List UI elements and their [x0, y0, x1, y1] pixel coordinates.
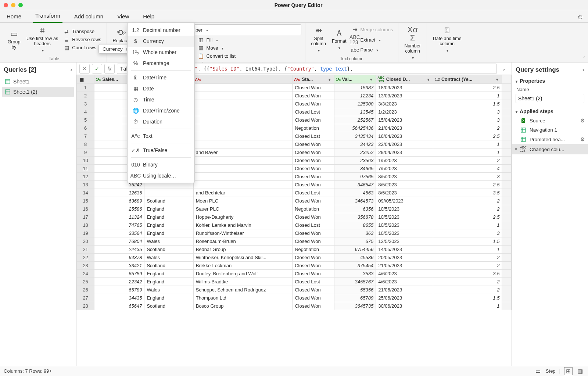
split-column-button[interactable]: ⇹ Split column — [309, 25, 328, 54]
tab-view[interactable]: View — [115, 11, 131, 22]
parse-button[interactable]: abc Parse — [350, 46, 395, 53]
table-row[interactable]: 1412635and BechtelarClosed Lost45638/5/2… — [77, 189, 512, 197]
table-row[interactable]: 2734435EnglandThompson LtdClosed Won6578… — [77, 294, 512, 302]
tab-transform[interactable]: Transform — [33, 10, 62, 23]
step-view-icon[interactable]: ▭ — [534, 367, 542, 375]
data-type-option[interactable]: ABC Using locale… — [128, 170, 194, 181]
applied-step[interactable]: Promoted hea...⚙ — [512, 135, 588, 144]
data-type-option[interactable]: ▦ Date — [128, 83, 194, 94]
collapse-settings-icon[interactable]: › — [582, 66, 584, 74]
feedback-smile-icon[interactable]: ☺ — [577, 13, 584, 21]
query-item[interactable]: Sheet1 — [2, 76, 74, 87]
query-item-label: Sheet1 — [13, 79, 29, 85]
tab-home[interactable]: Home — [4, 11, 24, 22]
table-row[interactable]: 1625586EnglandSauer PLCNegotiation635610… — [77, 205, 512, 213]
tab-help[interactable]: Help — [141, 11, 157, 22]
formula-expand-button[interactable]: ⌄ — [499, 64, 509, 74]
data-type-option-label: Time — [143, 97, 154, 103]
data-type-option-icon: 🗓︎ — [132, 75, 139, 80]
query-item[interactable]: Sheet1 (2) — [2, 87, 74, 97]
minimize-window-button[interactable] — [11, 3, 15, 7]
data-type-option[interactable]: 1.2 Decimal number — [128, 25, 194, 36]
fill-button[interactable]: ▥ Fill — [196, 36, 237, 43]
collapse-queries-icon[interactable]: ‹ — [70, 66, 72, 74]
table-row[interactable]: 2522342EnglandWillms-BradtkeClosed Lost3… — [77, 278, 512, 286]
grid-view-icon[interactable]: ⊞ — [564, 367, 573, 375]
applied-steps-section[interactable]: Applied steps — [512, 107, 588, 116]
data-type-option-label: True/False — [143, 147, 167, 153]
table-row[interactable]: 1711324EnglandHoppe-DaughertyClosed Won3… — [77, 213, 512, 221]
data-type-option[interactable]: 1²₃ Whole number — [128, 47, 194, 58]
convert-to-list-button[interactable]: 📋 Convert to list — [196, 52, 237, 60]
table-row[interactable]: 2665789WalesSchuppe, Schoen and Rodrigue… — [77, 286, 512, 294]
table-row[interactable]: 2264378WalesWintheiser, Konopelski and S… — [77, 254, 512, 262]
data-type-option[interactable]: 🗓︎ Date/Time — [128, 72, 194, 83]
formula-cancel-button[interactable]: ✕ — [79, 64, 90, 74]
merge-columns-button[interactable]: ⇥ Merge columns — [350, 26, 395, 33]
table-row[interactable]: 1874765EnglandKohler, Lemke and MarvinCl… — [77, 221, 512, 229]
ribbon-expand-button[interactable]: ˄ — [583, 56, 586, 61]
group-by-icon: ▭ — [10, 30, 18, 38]
step-type-icon: ABC123 — [520, 146, 527, 153]
table-row[interactable]: 2122435ScotlandBednar GroupNegotiation67… — [77, 246, 512, 254]
table-row[interactable]: 1933564EnglandRunolfsson-WintheiserClose… — [77, 229, 512, 237]
title-bar: Power Query Editor — [0, 0, 588, 10]
delete-step-icon[interactable]: ✕ — [514, 147, 518, 152]
column-header-company[interactable]: Aᴮᴄ — [194, 75, 293, 83]
use-first-row-as-headers-button[interactable]: ⌗ Use first row as headers — [24, 25, 60, 54]
table-row[interactable]: 2465789EnglandDooley, Breitenberg and Wo… — [77, 270, 512, 278]
replace-values-icon: ⟲2 — [116, 29, 126, 37]
data-type-menu: 1.2 Decimal number$ Currency1²₃ Whole nu… — [127, 23, 195, 183]
data-type-option[interactable]: ⏱ Duration — [128, 116, 194, 127]
maximize-window-button[interactable] — [18, 3, 23, 7]
data-type-option[interactable]: ✓✗ True/False — [128, 145, 194, 156]
data-type-option[interactable]: $ Currency — [128, 36, 194, 47]
column-header-closed-date[interactable]: ABC123Closed D...▾ — [376, 75, 433, 83]
data-type-option[interactable]: ◷ Time — [128, 94, 194, 105]
group-by-button[interactable]: ▭ Group by — [5, 28, 23, 51]
step-name-label: Promoted hea... — [530, 137, 577, 142]
applied-step[interactable]: XSource⚙ — [512, 116, 588, 125]
queries-title: Queries [2] — [4, 66, 36, 74]
query-name-input[interactable] — [516, 94, 584, 103]
number-column-icon: ΧσΣ — [407, 26, 417, 42]
svg-rect-9 — [521, 137, 526, 142]
step-gear-icon[interactable]: ⚙ — [580, 118, 585, 123]
column-header-status[interactable]: AᴮᴄSta...▾ — [293, 75, 334, 83]
svg-rect-3 — [6, 90, 10, 94]
extract-button[interactable]: ABC123 Extract — [350, 34, 395, 46]
column-header-contract[interactable]: 1.2Contract (Ye...▾ — [433, 75, 502, 83]
scrollbar-track[interactable] — [502, 75, 512, 84]
column-profile-icon[interactable]: ▥ — [576, 367, 584, 375]
tab-add-column[interactable]: Add column — [72, 11, 105, 22]
table-row[interactable]: 2865647ScotlandBosco GroupClosed Won3645… — [77, 302, 512, 310]
column-header-value[interactable]: 1²₃Val...▾ — [334, 75, 376, 83]
data-type-option[interactable]: 010 Binary — [128, 159, 194, 170]
transpose-button[interactable]: ⇄ Transpose — [62, 28, 103, 35]
data-type-option-label: Date — [143, 86, 154, 92]
data-type-option-icon: ABC — [132, 173, 139, 179]
count-rows-button[interactable]: ▤ Count rows — [62, 44, 103, 51]
datetime-column-button[interactable]: 🗓︎ Date and time column — [431, 25, 464, 54]
data-type-option[interactable]: % Percentage — [128, 58, 194, 69]
applied-step[interactable]: ✕ABC123Changed colu... — [512, 144, 588, 154]
move-button[interactable]: ▧ Move — [196, 44, 237, 51]
table-row[interactable]: 2076804WalesRosenbaum-BruenClosed Won675… — [77, 237, 512, 246]
applied-step[interactable]: Navigation 1 — [512, 125, 588, 135]
properties-section[interactable]: Properties — [512, 76, 588, 85]
step-gear-icon[interactable]: ⚙ — [580, 136, 585, 142]
table-row[interactable]: 1563689ScotlandMoen PLCClosed Won3464573… — [77, 197, 512, 205]
data-type-option[interactable]: Aᴮᴄ Text — [128, 130, 194, 142]
formula-commit-button[interactable]: ✓ — [92, 64, 102, 74]
reverse-rows-button[interactable]: ≣ Reverse rows — [62, 36, 103, 43]
number-column-button[interactable]: ΧσΣ Number column — [402, 24, 423, 62]
formula-fx-button[interactable]: fx — [104, 64, 115, 74]
data-type-option-icon: 1²₃ — [132, 49, 139, 55]
chevron-down-icon — [338, 45, 340, 50]
close-window-button[interactable] — [4, 3, 8, 7]
format-button[interactable]: Ａ Format — [330, 28, 349, 52]
data-type-option[interactable]: 🌐 Date/Time/Zone — [128, 105, 194, 116]
select-all-corner-icon[interactable]: ▦ — [78, 77, 85, 82]
name-label: Name — [512, 85, 588, 93]
table-row[interactable]: 2333421ScotlandBrekke-LockmanClosed Won3… — [77, 262, 512, 270]
